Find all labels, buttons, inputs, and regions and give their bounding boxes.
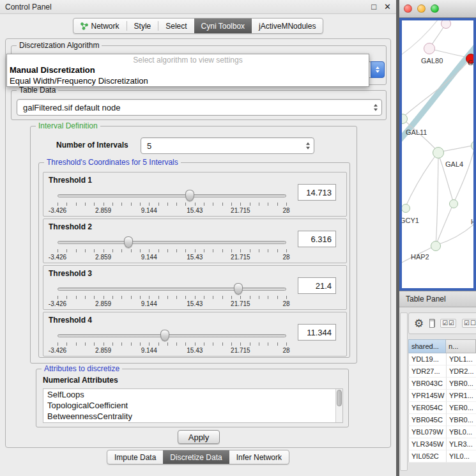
slider-track[interactable] [58, 334, 286, 337]
tab-discretize-data[interactable]: Discretize Data [163, 450, 229, 464]
control-panel-title: Control Panel [5, 3, 364, 12]
tab-network-label: Network [91, 22, 119, 31]
threshold-2-value-field[interactable]: 6.316 [298, 231, 336, 247]
tab-infer-network[interactable]: Infer Network [229, 450, 289, 464]
interval-definition-group: Interval Definition Number of Intervals … [30, 126, 357, 364]
number-of-intervals-combobox[interactable]: 5 [141, 137, 314, 154]
close-window-button[interactable]: ✕ [384, 3, 391, 11]
slider-scale-labels: -3.426 2.859 9.144 15.43 21.715 28 [58, 347, 286, 354]
table-left-scrollbar[interactable] [400, 312, 408, 471]
minimize-traffic-light-icon[interactable] [417, 4, 426, 13]
table-row[interactable]: YBR045CYBR0... [408, 414, 476, 426]
network-node[interactable] [433, 147, 444, 158]
threshold-4-value-field[interactable]: 11.344 [298, 324, 336, 341]
number-of-intervals-label: Number of Intervals [56, 141, 128, 150]
table-row[interactable]: YDR27...YDR2... [408, 365, 476, 378]
node-table: shared... n... YDL19...YDL1... YDR27...Y… [408, 339, 476, 463]
slider-track[interactable] [58, 241, 286, 244]
algorithm-popup-placeholder: Select algorithm to view settings [7, 54, 369, 65]
column-header-name[interactable]: n... [446, 339, 476, 353]
tab-jactivemnodules-label: jActiveMNodules [259, 22, 316, 31]
tab-discretize-data-label: Discretize Data [170, 453, 222, 462]
list-item[interactable]: TopologicalCoefficient [43, 400, 342, 411]
network-node[interactable] [441, 19, 451, 29]
network-canvas[interactable]: GAL80 GA GAL11 GAL4 GCY1 HAP2 H [399, 18, 476, 291]
network-node[interactable] [431, 241, 441, 251]
tab-style-label: Style [134, 22, 151, 31]
tab-impute-data[interactable]: Impute Data [107, 450, 163, 464]
threshold-1-panel: Threshold 1 -3.426 2.859 9.144 15.43 21.… [43, 172, 347, 217]
select-all-columns-icon[interactable]: ☑☑ [440, 319, 456, 328]
network-node[interactable] [449, 199, 458, 208]
table-row[interactable]: YDL19...YDL1... [408, 353, 476, 365]
threshold-1-value-field[interactable]: 14.713 [298, 184, 336, 201]
tab-cyni-toolbox[interactable]: Cyni Toolbox [194, 19, 252, 33]
table-row[interactable]: YER054CYER0... [408, 402, 476, 414]
list-item[interactable]: BetweennessCentrality [43, 411, 342, 422]
slider-scale-labels: -3.426 2.859 9.144 15.43 21.715 28 [58, 300, 286, 307]
control-panel-window: Control Panel □ ✕ Network Style Select [0, 0, 396, 476]
table-row[interactable]: YLR345WYLR3... [408, 438, 476, 450]
list-scrollbar[interactable] [335, 389, 342, 422]
algorithm-option-manual-discretization[interactable]: Manual Discretization [7, 65, 369, 75]
thresholds-group-title: Threshold's Coordinates for 5 Intervals [44, 158, 181, 167]
slider-thumb[interactable] [185, 190, 194, 201]
tab-select[interactable]: Select [158, 19, 194, 33]
tab-infer-network-label: Infer Network [236, 453, 282, 462]
node-label-gal80: GAL80 [421, 57, 443, 65]
threshold-3-value-field[interactable]: 21.4 [298, 277, 336, 294]
table-data-group-title: Table Data [17, 86, 58, 95]
tab-impute-data-label: Impute Data [114, 453, 156, 462]
apply-button[interactable]: Apply [178, 430, 220, 444]
list-scrollbar-thumb[interactable] [337, 390, 342, 406]
table-row[interactable]: YBR043CYBR0... [408, 378, 476, 390]
table-row[interactable]: YIL052CYIL0... [408, 450, 476, 463]
combobox-arrows-icon [374, 104, 378, 111]
select-columns-icon[interactable]: ☑☐ [462, 319, 476, 328]
network-view-window: GAL80 GA GAL11 GAL4 GCY1 HAP2 H [399, 0, 476, 291]
column-header-shared-name[interactable]: shared... [408, 339, 446, 353]
slider-ticks [58, 249, 287, 252]
algorithm-option-equal-width-frequency[interactable]: Equal Width/Frequency Discretization [7, 75, 369, 86]
table-row[interactable]: YBL079WYBL0... [408, 426, 476, 438]
network-node[interactable] [401, 204, 410, 213]
columns-icon[interactable] [429, 319, 434, 328]
attributes-group-title: Attributes to discretize [42, 364, 122, 373]
top-tab-bar: Network Style Select Cyni Toolbox jActiv… [0, 18, 396, 34]
gear-icon[interactable]: ⚙ [414, 318, 424, 329]
slider-track[interactable] [58, 194, 286, 197]
table-toolbar: ⚙ ☑☑ ☑☐ [408, 312, 476, 334]
numerical-attributes-label: Numerical Attributes [43, 376, 118, 385]
threshold-1-slider[interactable]: -3.426 2.859 9.144 15.43 21.715 28 [58, 189, 286, 215]
slider-track[interactable] [58, 288, 286, 291]
combobox-stepper-icon[interactable] [371, 61, 385, 78]
threshold-4-panel: Threshold 4 -3.426 2.859 9.144 15.43 21.… [43, 312, 347, 357]
slider-thumb[interactable] [124, 236, 133, 248]
tab-cyni-toolbox-label: Cyni Toolbox [201, 22, 245, 31]
zoom-traffic-light-icon[interactable] [431, 4, 439, 13]
threshold-3-panel: Threshold 3 -3.426 2.859 9.144 15.43 21.… [43, 265, 347, 310]
slider-ticks [58, 203, 287, 206]
interval-definition-group-title: Interval Definition [36, 121, 100, 130]
threshold-3-slider[interactable]: -3.426 2.859 9.144 15.43 21.715 28 [58, 282, 286, 308]
threshold-2-label: Threshold 2 [49, 222, 92, 231]
close-traffic-light-icon[interactable] [404, 4, 412, 13]
slider-thumb[interactable] [234, 283, 243, 295]
float-window-button[interactable]: □ [371, 3, 376, 11]
list-item[interactable]: SelfLoops [43, 389, 342, 400]
network-node[interactable] [424, 43, 435, 54]
thresholds-group: Threshold's Coordinates for 5 Intervals … [38, 162, 350, 358]
table-data-combobox[interactable]: galFiltered.sif default node [17, 99, 382, 116]
tab-network[interactable]: Network [73, 19, 127, 33]
tab-style[interactable]: Style [127, 19, 158, 33]
table-data-group: Table Data galFiltered.sif default node [11, 90, 387, 120]
tab-jactivemnodules[interactable]: jActiveMNodules [252, 19, 323, 33]
table-data-selected-value: galFiltered.sif default node [23, 103, 120, 112]
threshold-2-slider[interactable]: -3.426 2.859 9.144 15.43 21.715 28 [58, 236, 286, 261]
table-row[interactable]: YPR145WYPR1... [408, 390, 476, 402]
numerical-attributes-list: SelfLoops TopologicalCoefficient Between… [43, 388, 343, 423]
threshold-4-slider[interactable]: -3.426 2.859 9.144 15.43 21.715 28 [58, 329, 286, 355]
tab-select-label: Select [165, 22, 187, 31]
network-icon [81, 22, 88, 30]
slider-thumb[interactable] [160, 330, 169, 341]
